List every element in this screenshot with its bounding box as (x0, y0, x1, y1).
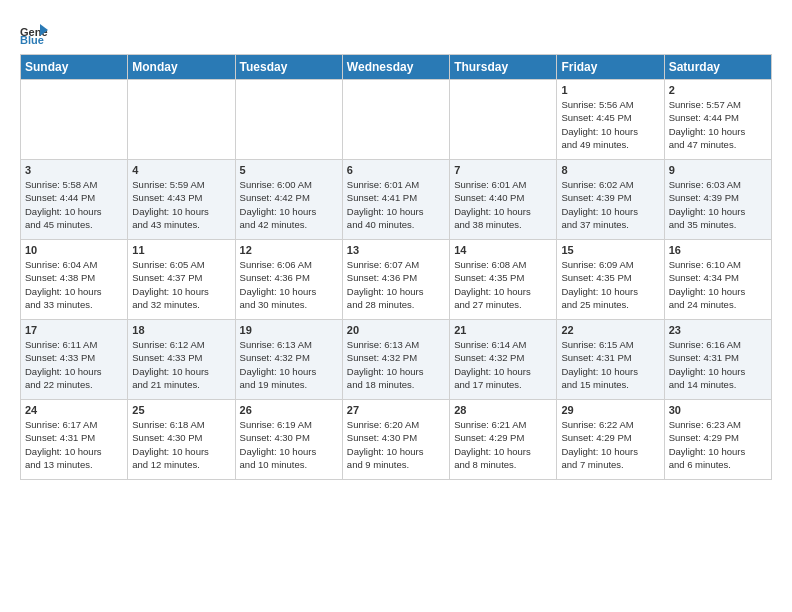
day-info: Sunrise: 6:23 AM Sunset: 4:29 PM Dayligh… (669, 418, 767, 471)
day-info: Sunrise: 6:12 AM Sunset: 4:33 PM Dayligh… (132, 338, 230, 391)
calendar-cell: 19Sunrise: 6:13 AM Sunset: 4:32 PM Dayli… (235, 320, 342, 400)
day-number: 15 (561, 244, 659, 256)
day-number: 21 (454, 324, 552, 336)
calendar-cell: 10Sunrise: 6:04 AM Sunset: 4:38 PM Dayli… (21, 240, 128, 320)
day-info: Sunrise: 6:22 AM Sunset: 4:29 PM Dayligh… (561, 418, 659, 471)
calendar-cell: 16Sunrise: 6:10 AM Sunset: 4:34 PM Dayli… (664, 240, 771, 320)
calendar-cell: 20Sunrise: 6:13 AM Sunset: 4:32 PM Dayli… (342, 320, 449, 400)
logo: General Blue (20, 16, 50, 44)
day-info: Sunrise: 6:13 AM Sunset: 4:32 PM Dayligh… (240, 338, 338, 391)
calendar-cell: 15Sunrise: 6:09 AM Sunset: 4:35 PM Dayli… (557, 240, 664, 320)
calendar-cell: 26Sunrise: 6:19 AM Sunset: 4:30 PM Dayli… (235, 400, 342, 480)
day-header-sunday: Sunday (21, 55, 128, 80)
day-info: Sunrise: 6:10 AM Sunset: 4:34 PM Dayligh… (669, 258, 767, 311)
day-header-thursday: Thursday (450, 55, 557, 80)
day-header-friday: Friday (557, 55, 664, 80)
day-number: 12 (240, 244, 338, 256)
calendar-cell: 6Sunrise: 6:01 AM Sunset: 4:41 PM Daylig… (342, 160, 449, 240)
day-info: Sunrise: 6:00 AM Sunset: 4:42 PM Dayligh… (240, 178, 338, 231)
day-number: 29 (561, 404, 659, 416)
day-number: 24 (25, 404, 123, 416)
day-info: Sunrise: 6:01 AM Sunset: 4:40 PM Dayligh… (454, 178, 552, 231)
day-info: Sunrise: 6:02 AM Sunset: 4:39 PM Dayligh… (561, 178, 659, 231)
calendar-week-2: 3Sunrise: 5:58 AM Sunset: 4:44 PM Daylig… (21, 160, 772, 240)
day-number: 19 (240, 324, 338, 336)
calendar: SundayMondayTuesdayWednesdayThursdayFrid… (20, 54, 772, 480)
day-number: 20 (347, 324, 445, 336)
day-number: 9 (669, 164, 767, 176)
day-header-tuesday: Tuesday (235, 55, 342, 80)
calendar-week-5: 24Sunrise: 6:17 AM Sunset: 4:31 PM Dayli… (21, 400, 772, 480)
calendar-cell: 4Sunrise: 5:59 AM Sunset: 4:43 PM Daylig… (128, 160, 235, 240)
day-number: 3 (25, 164, 123, 176)
calendar-cell: 2Sunrise: 5:57 AM Sunset: 4:44 PM Daylig… (664, 80, 771, 160)
day-info: Sunrise: 6:13 AM Sunset: 4:32 PM Dayligh… (347, 338, 445, 391)
calendar-week-4: 17Sunrise: 6:11 AM Sunset: 4:33 PM Dayli… (21, 320, 772, 400)
day-number: 23 (669, 324, 767, 336)
day-number: 11 (132, 244, 230, 256)
day-info: Sunrise: 6:05 AM Sunset: 4:37 PM Dayligh… (132, 258, 230, 311)
calendar-cell: 1Sunrise: 5:56 AM Sunset: 4:45 PM Daylig… (557, 80, 664, 160)
day-number: 1 (561, 84, 659, 96)
day-number: 13 (347, 244, 445, 256)
day-number: 16 (669, 244, 767, 256)
day-number: 28 (454, 404, 552, 416)
calendar-cell: 28Sunrise: 6:21 AM Sunset: 4:29 PM Dayli… (450, 400, 557, 480)
day-header-saturday: Saturday (664, 55, 771, 80)
day-info: Sunrise: 6:17 AM Sunset: 4:31 PM Dayligh… (25, 418, 123, 471)
day-info: Sunrise: 6:21 AM Sunset: 4:29 PM Dayligh… (454, 418, 552, 471)
day-info: Sunrise: 6:04 AM Sunset: 4:38 PM Dayligh… (25, 258, 123, 311)
day-number: 25 (132, 404, 230, 416)
day-number: 26 (240, 404, 338, 416)
calendar-cell: 17Sunrise: 6:11 AM Sunset: 4:33 PM Dayli… (21, 320, 128, 400)
calendar-cell: 12Sunrise: 6:06 AM Sunset: 4:36 PM Dayli… (235, 240, 342, 320)
day-number: 6 (347, 164, 445, 176)
day-info: Sunrise: 6:09 AM Sunset: 4:35 PM Dayligh… (561, 258, 659, 311)
calendar-cell: 3Sunrise: 5:58 AM Sunset: 4:44 PM Daylig… (21, 160, 128, 240)
calendar-cell: 24Sunrise: 6:17 AM Sunset: 4:31 PM Dayli… (21, 400, 128, 480)
day-info: Sunrise: 5:56 AM Sunset: 4:45 PM Dayligh… (561, 98, 659, 151)
calendar-week-3: 10Sunrise: 6:04 AM Sunset: 4:38 PM Dayli… (21, 240, 772, 320)
day-info: Sunrise: 6:07 AM Sunset: 4:36 PM Dayligh… (347, 258, 445, 311)
calendar-cell (128, 80, 235, 160)
day-number: 7 (454, 164, 552, 176)
day-info: Sunrise: 5:58 AM Sunset: 4:44 PM Dayligh… (25, 178, 123, 231)
svg-text:Blue: Blue (20, 34, 44, 44)
day-number: 10 (25, 244, 123, 256)
calendar-cell (342, 80, 449, 160)
calendar-cell: 25Sunrise: 6:18 AM Sunset: 4:30 PM Dayli… (128, 400, 235, 480)
header: General Blue (20, 16, 772, 44)
day-info: Sunrise: 6:11 AM Sunset: 4:33 PM Dayligh… (25, 338, 123, 391)
calendar-cell: 14Sunrise: 6:08 AM Sunset: 4:35 PM Dayli… (450, 240, 557, 320)
calendar-header-row: SundayMondayTuesdayWednesdayThursdayFrid… (21, 55, 772, 80)
day-number: 27 (347, 404, 445, 416)
calendar-cell: 11Sunrise: 6:05 AM Sunset: 4:37 PM Dayli… (128, 240, 235, 320)
calendar-cell: 8Sunrise: 6:02 AM Sunset: 4:39 PM Daylig… (557, 160, 664, 240)
calendar-cell: 9Sunrise: 6:03 AM Sunset: 4:39 PM Daylig… (664, 160, 771, 240)
calendar-cell: 22Sunrise: 6:15 AM Sunset: 4:31 PM Dayli… (557, 320, 664, 400)
calendar-cell: 7Sunrise: 6:01 AM Sunset: 4:40 PM Daylig… (450, 160, 557, 240)
calendar-cell: 5Sunrise: 6:00 AM Sunset: 4:42 PM Daylig… (235, 160, 342, 240)
calendar-cell: 18Sunrise: 6:12 AM Sunset: 4:33 PM Dayli… (128, 320, 235, 400)
day-number: 22 (561, 324, 659, 336)
day-info: Sunrise: 6:06 AM Sunset: 4:36 PM Dayligh… (240, 258, 338, 311)
calendar-cell (21, 80, 128, 160)
calendar-cell: 29Sunrise: 6:22 AM Sunset: 4:29 PM Dayli… (557, 400, 664, 480)
day-info: Sunrise: 6:08 AM Sunset: 4:35 PM Dayligh… (454, 258, 552, 311)
day-info: Sunrise: 6:16 AM Sunset: 4:31 PM Dayligh… (669, 338, 767, 391)
day-number: 14 (454, 244, 552, 256)
day-info: Sunrise: 5:59 AM Sunset: 4:43 PM Dayligh… (132, 178, 230, 231)
day-info: Sunrise: 6:03 AM Sunset: 4:39 PM Dayligh… (669, 178, 767, 231)
day-info: Sunrise: 6:18 AM Sunset: 4:30 PM Dayligh… (132, 418, 230, 471)
day-number: 5 (240, 164, 338, 176)
day-header-monday: Monday (128, 55, 235, 80)
calendar-cell (450, 80, 557, 160)
page: General Blue SundayMondayTuesdayWednesda… (0, 0, 792, 490)
day-info: Sunrise: 6:14 AM Sunset: 4:32 PM Dayligh… (454, 338, 552, 391)
calendar-cell: 27Sunrise: 6:20 AM Sunset: 4:30 PM Dayli… (342, 400, 449, 480)
day-number: 18 (132, 324, 230, 336)
logo-icon: General Blue (20, 16, 48, 44)
day-info: Sunrise: 6:15 AM Sunset: 4:31 PM Dayligh… (561, 338, 659, 391)
day-number: 8 (561, 164, 659, 176)
day-number: 2 (669, 84, 767, 96)
